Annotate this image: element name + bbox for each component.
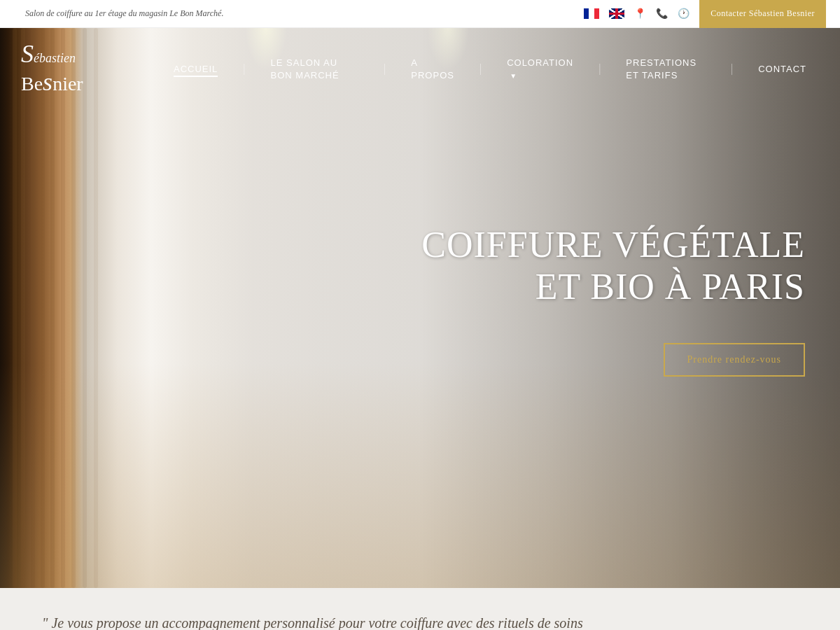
bottom-section: " Je vous propose un accompagnement pers… — [0, 588, 840, 630]
flag-english[interactable] — [609, 8, 624, 19]
nav-item-apropos[interactable]: A PROPOS — [398, 56, 467, 81]
nav-divider-3: | — [467, 62, 494, 75]
left-slats — [0, 28, 108, 588]
bottom-quote: " Je vous propose un accompagnement pers… — [42, 615, 583, 631]
location-icon[interactable]: 📍 — [634, 8, 646, 20]
phone-icon[interactable]: 📞 — [656, 8, 668, 20]
nav-divider-2: | — [371, 62, 398, 75]
nav-item-prestations[interactable]: PRESTATIONS ET TARIFS — [613, 56, 718, 81]
top-subtitle: Salon de coiffure au 1er étage du magasi… — [25, 8, 223, 19]
top-bar: Salon de coiffure au 1er étage du magasi… — [0, 0, 840, 28]
clock-icon[interactable]: 🕐 — [678, 8, 690, 20]
nav-divider-1: | — [230, 62, 258, 75]
nav-divider-4: | — [586, 62, 613, 75]
hero-title: COIFFURE VÉGÉTALE ET BIO À PARIS — [421, 224, 805, 308]
cta-button[interactable]: Prendre rendez-vous — [664, 343, 805, 377]
nav-item-coloration[interactable]: COLORATION ▼ — [494, 56, 586, 81]
contact-button[interactable]: Contacter Sébastien Besnier — [699, 0, 826, 28]
nav-item-contact[interactable]: CONTACT — [746, 62, 819, 75]
hero-cta: Prendre rendez-vous — [664, 343, 805, 377]
hero-text: COIFFURE VÉGÉTALE ET BIO À PARIS Prendre… — [421, 224, 805, 377]
nav-divider-5: | — [718, 62, 746, 75]
flag-french[interactable] — [584, 8, 599, 19]
nav-links: ACCUEIL | LE SALON AU BON MARCHÉ | A PRO… — [161, 56, 819, 81]
hero-section: Sébastien Besnier ACCUEIL | LE SALON AU … — [0, 28, 840, 588]
site-logo[interactable]: Sébastien Besnier — [21, 41, 119, 96]
nav-item-accueil[interactable]: ACCUEIL — [161, 62, 230, 75]
nav-item-salon[interactable]: LE SALON AU BON MARCHÉ — [258, 56, 372, 81]
top-bar-right: 📍 📞 🕐 Contacter Sébastien Besnier — [584, 0, 826, 28]
main-nav: Sébastien Besnier ACCUEIL | LE SALON AU … — [0, 28, 840, 108]
